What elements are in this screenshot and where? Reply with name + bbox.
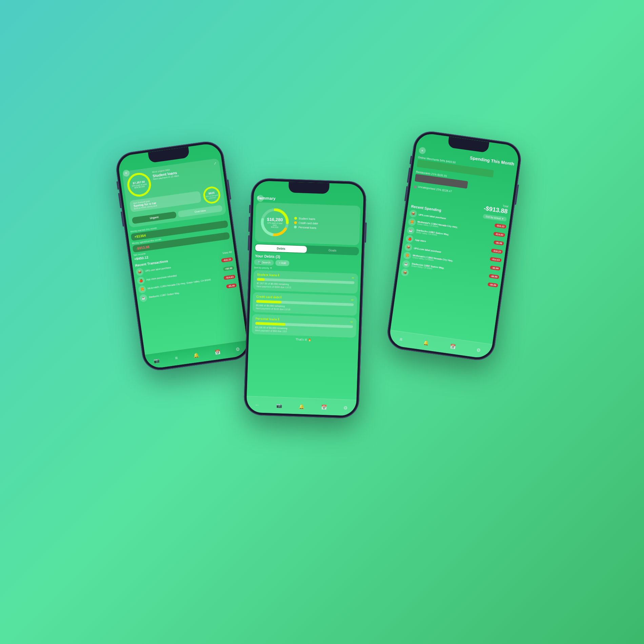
view-all-link[interactable]: View All <box>222 250 232 255</box>
phone-notch <box>288 182 329 194</box>
transaction-amount: -$16.23 <box>491 248 503 254</box>
debt-card-student: Student loans ℹ ✏ $7,357.50 of $8,000 re… <box>253 270 358 294</box>
legend: Student loans Credit card debt Personal … <box>294 217 318 230</box>
legend-item: Personal loans <box>294 225 318 229</box>
merchant-icon: 🍔 <box>138 285 146 294</box>
phones-container: ✦ ⤢ $7,357.50 10% paid of total debt $8,… <box>119 85 525 559</box>
center-phone: ✦ Summary $16,280 12% paid of total <box>243 178 367 419</box>
transaction-amount: -$16.23 <box>221 257 233 262</box>
left-phone: ✦ ⤢ $7,357.50 10% paid of total debt $8,… <box>114 139 252 373</box>
app-logo: ✦ <box>257 195 264 202</box>
bar-label: Uncategorised 25% $228.47 <box>418 185 452 193</box>
left-screen-container: ✦ ⤢ $7,357.50 10% paid of total debt $8,… <box>117 142 249 369</box>
nav-calendar-icon[interactable]: 📅 <box>321 404 327 410</box>
merchant-icon: 📦 <box>404 243 413 251</box>
transaction-amount: -$9.99 <box>488 282 498 287</box>
legend-label: Personal loans <box>298 226 316 229</box>
nav-camera-icon[interactable]: 📷 <box>153 358 160 364</box>
nav-bell-icon[interactable]: 🔔 <box>299 403 305 409</box>
bottom-navigation: ← 📷 🔔 📅 ⚙ <box>246 396 356 416</box>
nav-bell-icon[interactable]: 🔔 <box>423 340 429 346</box>
side-button <box>248 217 250 232</box>
tab-goals[interactable]: Goals <box>307 246 359 255</box>
edit-icon[interactable]: ✏ <box>350 320 353 324</box>
goal-circle: $625 86% of total goal achieved <box>202 185 221 204</box>
right-phone: ✦ Spending This Month Online Merchants 5… <box>385 129 523 362</box>
side-button <box>409 156 412 164</box>
nav-settings-icon[interactable]: ⚙ <box>236 346 241 352</box>
bottom-navigation: 📷 ≡ 🔔 📅 ⚙ <box>145 340 249 369</box>
tab-debts[interactable]: Debts <box>255 244 307 253</box>
debt-name: Student loans ℹ <box>257 273 279 277</box>
legend-item: Credit card debt <box>294 221 318 225</box>
nav-bell-icon[interactable]: 🔔 <box>193 352 199 358</box>
merchant-icon: ☕ <box>139 294 148 302</box>
side-button <box>515 184 519 205</box>
summary-debt-amount: $16,280 <box>267 217 283 222</box>
merchant-icon: 📦 <box>136 268 144 276</box>
transaction-amount: -$5.99 <box>226 283 237 288</box>
side-button <box>121 212 124 227</box>
edit-icon[interactable]: ✏ <box>351 298 354 302</box>
side-button <box>227 179 231 200</box>
legend-dot <box>294 221 297 224</box>
transaction-amount: -$5.99 <box>490 265 501 270</box>
circle-text: $16,280 12% paid of total debt $18,500 <box>267 217 283 228</box>
summary-circle-wrapper: $16,280 12% paid of total debt $18,500 <box>259 206 290 239</box>
right-screen-container: ✦ Spending This Month Online Merchants 5… <box>388 132 520 359</box>
side-button <box>407 167 410 183</box>
right-screen: ✦ Spending This Month Online Merchants 5… <box>388 132 520 359</box>
legend-item: Student loans <box>294 217 318 220</box>
debt-name: Personal loans ℹ <box>256 317 279 321</box>
side-button <box>118 193 121 208</box>
merchant-icon: 🍎 <box>137 277 145 285</box>
nav-menu-icon[interactable]: ≡ <box>175 355 178 361</box>
debt-card-personal: Personal loans ℹ ✏ $3,106.50 of $4,500 r… <box>251 314 357 338</box>
merchant-icon: 📦 <box>401 268 409 277</box>
nav-menu-icon[interactable]: ≡ <box>399 336 403 342</box>
nav-settings-icon[interactable]: ⚙ <box>476 347 481 353</box>
transaction-amount: -$16.23 <box>495 223 506 229</box>
nav-calendar-icon[interactable]: 📅 <box>214 349 221 355</box>
edit-icon[interactable]: ✏ <box>352 276 355 280</box>
bar-dot <box>414 185 417 188</box>
merchant-icon: 🍔 <box>403 251 411 260</box>
progress-fill <box>257 278 265 281</box>
debt-card-credit: Credit card debt ℹ ✏ $5,886 of $8,000 re… <box>252 292 357 316</box>
tab-row: Debts Goals <box>255 244 359 256</box>
legend-label: Student loans <box>299 217 315 221</box>
side-button <box>248 235 250 250</box>
nav-camera-icon[interactable]: 📷 <box>276 403 282 408</box>
transaction-amount: -$14.63 <box>494 232 505 237</box>
goal-pct: 86% of total goal achieved <box>205 194 219 199</box>
add-debt-button[interactable]: + Add <box>276 260 289 266</box>
progress-fill <box>256 300 281 304</box>
legend-dot <box>294 217 297 220</box>
transaction-amount: -$14.63 <box>224 275 236 280</box>
nav-back-icon[interactable]: ← <box>255 402 260 407</box>
debt-circle: $7,357.50 10% paid of total debt $8,000 <box>126 171 153 198</box>
debt-overview-card: ⤢ $7,357.50 10% paid of total debt $8,00… <box>122 158 226 228</box>
transaction-amount: -$9.99 <box>489 274 499 279</box>
transaction-amount: -$14.63 <box>490 257 502 262</box>
left-screen: ✦ ⤢ $7,357.50 10% paid of total debt $8,… <box>117 142 249 369</box>
side-button <box>365 222 367 243</box>
merchant-icon: ☕ <box>402 260 410 268</box>
nav-settings-icon[interactable]: ⚙ <box>343 405 348 410</box>
transaction-amount: -$5.99 <box>494 240 504 245</box>
expand-icon[interactable]: ⤢ <box>214 161 217 165</box>
merchant-icon: 📦 <box>409 209 418 218</box>
progress-fill <box>255 322 285 326</box>
side-button <box>249 205 251 213</box>
legend-label: Credit card debt <box>299 221 318 225</box>
merchant-icon: ☕ <box>407 226 415 235</box>
debts-title: Your Debts (3) <box>255 254 280 259</box>
search-button[interactable]: 🔍 Search <box>254 259 274 266</box>
legend-dot <box>294 226 297 228</box>
nav-calendar-icon[interactable]: 📅 <box>449 343 456 349</box>
center-screen: ✦ Summary $16,280 12% paid of total <box>246 181 364 416</box>
side-button <box>116 181 119 190</box>
merchant-icon: 🍔 <box>408 218 416 226</box>
merchant-icon: 🍎 <box>405 235 414 243</box>
center-screen-container: ✦ Summary $16,280 12% paid of total <box>246 181 364 416</box>
